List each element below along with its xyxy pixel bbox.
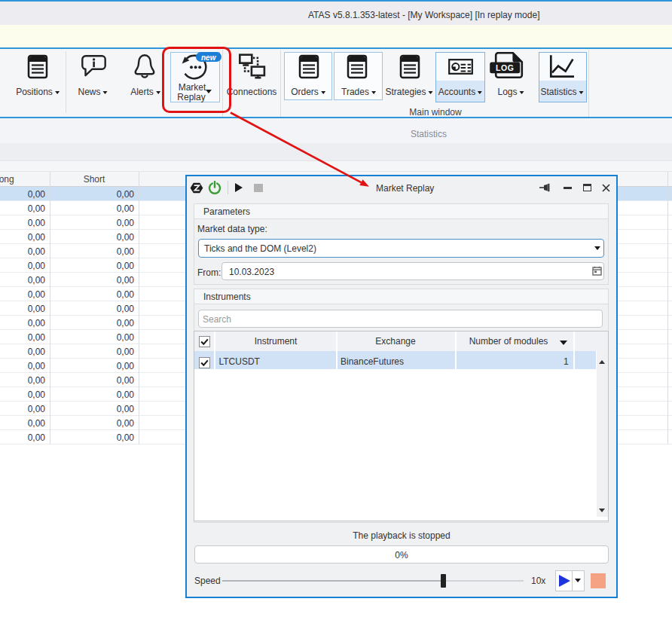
svg-text:LOG: LOG [496, 63, 514, 72]
